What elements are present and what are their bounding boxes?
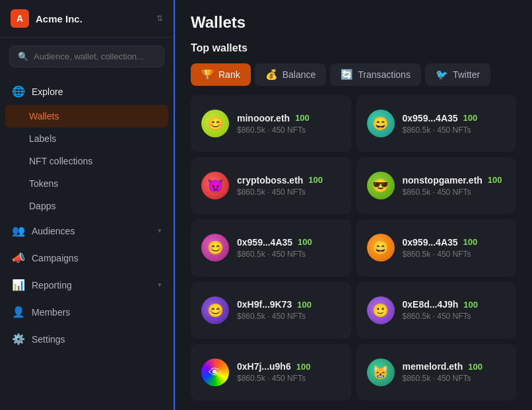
wallet-avatar: 👁 [201, 359, 229, 386]
wallet-info: 0x959...4A35 100 $860.5k · 450 NFTs [403, 113, 478, 135]
sidebar-item-nft-collections[interactable]: NFT collections [0, 150, 174, 172]
wallet-card[interactable]: 😊 minooor.eth 100 $860.5k · 450 NFTs [191, 95, 351, 152]
audiences-icon: 👥 [12, 224, 25, 237]
wallet-avatar: 🙂 [367, 296, 395, 324]
wallet-score: 100 [297, 300, 312, 310]
wallet-avatar: 😸 [367, 359, 395, 386]
wallet-card[interactable]: 🙂 0xE8d...4J9h 100 $860.5k · 450 NFTs [356, 282, 517, 339]
wallet-score: 100 [298, 237, 312, 247]
reporting-icon: 📊 [12, 279, 25, 291]
wallet-card[interactable]: 😊 0x959...4A35 100 $860.5k · 450 NFTs [191, 219, 351, 276]
wallet-meta: $860.5k · 450 NFTs [237, 374, 310, 383]
wallet-meta: $860.5k · 450 NFTs [403, 374, 483, 383]
wallet-score: 100 [308, 175, 323, 185]
rank-icon: 🏆 [201, 69, 214, 81]
main-content: Wallets Top wallets 🏆 Rank 💰 Balance 🔄 T… [175, 0, 532, 410]
tab-rank[interactable]: 🏆 Rank [191, 63, 251, 86]
wallet-avatar: 😎 [367, 172, 395, 199]
wallet-name-row: minooor.eth 100 [237, 113, 310, 123]
page-title: Wallets [191, 13, 516, 32]
sidebar-item-explore-label: Explore [32, 86, 63, 97]
wallet-score: 100 [463, 113, 478, 123]
balance-icon: 💰 [265, 69, 278, 81]
sidebar-item-explore[interactable]: 🌐 Explore [0, 78, 174, 105]
wallet-name: 0x959...4A35 [237, 237, 292, 248]
brand-name: Acme Inc. [36, 13, 83, 24]
wallet-card[interactable]: 😎 nonstopgamer.eth 100 $860.5k · 450 NFT… [356, 157, 517, 214]
wallet-name: 0xH9f...9K73 [237, 299, 292, 310]
wallet-info: 0x959...4A35 100 $860.5k · 450 NFTs [237, 237, 312, 259]
wallet-name: 0xH7j...u9h6 [237, 361, 291, 372]
twitter-icon: 🐦 [436, 69, 448, 81]
campaigns-icon: 📣 [12, 252, 25, 264]
brand-logo: A [11, 9, 29, 28]
sidebar-item-reporting-label: Reporting [32, 280, 72, 290]
wallet-info: memelord.eth 100 $860.5k · 450 NFTs [403, 361, 483, 383]
globe-icon: 🌐 [12, 85, 25, 98]
wallet-meta: $860.5k · 450 NFTs [237, 125, 310, 135]
sidebar-item-wallets[interactable]: Wallets [5, 105, 168, 127]
wallet-card[interactable]: 😊 0xH9f...9K73 100 $860.5k · 450 NFTs [191, 282, 351, 339]
wallet-name: memelord.eth [403, 361, 463, 372]
settings-icon: ⚙️ [12, 333, 25, 345]
wallet-meta: $860.5k · 450 NFTs [237, 312, 312, 321]
wallet-meta: $860.5k · 450 NFTs [237, 250, 312, 259]
wallet-name: cryptoboss.eth [237, 175, 303, 186]
wallet-name-row: 0xH7j...u9h6 100 [237, 361, 310, 372]
search-icon: 🔍 [18, 51, 28, 61]
wallet-info: cryptoboss.eth 100 $860.5k · 450 NFTs [237, 175, 323, 197]
wallet-name-row: memelord.eth 100 [403, 361, 483, 372]
wallet-name: 0x959...4A35 [403, 237, 458, 248]
sidebar-nav: 🌐 Explore Wallets Labels NFT collections… [0, 75, 174, 410]
sidebar-item-audiences[interactable]: 👥 Audiences ▾ [0, 217, 174, 244]
wallet-info: 0xE8d...4J9h 100 $860.5k · 450 NFTs [403, 299, 479, 321]
sidebar-item-audiences-label: Audiences [32, 226, 75, 236]
wallet-name-row: cryptoboss.eth 100 [237, 175, 323, 186]
wallet-card[interactable]: 😄 0x959...4A35 100 $860.5k · 450 NFTs [356, 219, 517, 276]
wallet-name-row: 0xH9f...9K73 100 [237, 299, 312, 310]
tab-transactions[interactable]: 🔄 Transactions [330, 63, 421, 86]
sidebar-item-settings[interactable]: ⚙️ Settings [0, 325, 174, 353]
chevron-updown-icon[interactable]: ⇅ [156, 14, 163, 23]
tab-transactions-label: Transactions [358, 69, 411, 80]
wallet-avatar: 😈 [201, 172, 229, 199]
wallet-avatar: 😊 [201, 234, 229, 261]
wallet-info: 0xH7j...u9h6 100 $860.5k · 450 NFTs [237, 361, 310, 383]
sidebar-item-members[interactable]: 👤 Members [0, 298, 174, 325]
tab-balance[interactable]: 💰 Balance [255, 63, 327, 86]
sidebar-item-campaigns[interactable]: 📣 Campaigns [0, 244, 174, 271]
sidebar-item-tokens[interactable]: Tokens [0, 172, 174, 195]
wallet-meta: $860.5k · 450 NFTs [403, 312, 479, 321]
wallet-name: 0x959...4A35 [403, 113, 458, 123]
wallet-avatar: 😄 [367, 110, 395, 137]
tab-bar: 🏆 Rank 💰 Balance 🔄 Transactions 🐦 Twitte… [191, 63, 516, 86]
wallets-grid: 😊 minooor.eth 100 $860.5k · 450 NFTs 😄 0… [175, 86, 532, 410]
wallet-info: nonstopgamer.eth 100 $860.5k · 450 NFTs [403, 175, 502, 197]
wallet-score: 100 [468, 362, 482, 372]
wallet-name-row: nonstopgamer.eth 100 [403, 175, 502, 186]
wallet-card[interactable]: 😸 memelord.eth 100 $860.5k · 450 NFTs [356, 344, 517, 401]
brand[interactable]: A Acme Inc. [11, 9, 83, 28]
wallet-card[interactable]: 😈 cryptoboss.eth 100 $860.5k · 450 NFTs [191, 157, 351, 214]
sidebar-item-labels[interactable]: Labels [0, 127, 174, 150]
wallet-meta: $860.5k · 450 NFTs [403, 250, 478, 259]
search-input[interactable] [34, 51, 156, 61]
sidebar-item-reporting[interactable]: 📊 Reporting ▾ [0, 271, 174, 298]
wallet-avatar: 😄 [367, 234, 395, 261]
search-bar[interactable]: 🔍 [9, 46, 164, 67]
sidebar-item-dapps[interactable]: Dapps [0, 195, 174, 217]
wallet-name-row: 0x959...4A35 100 [403, 237, 478, 248]
wallet-score: 100 [296, 362, 311, 372]
wallet-meta: $860.5k · 450 NFTs [237, 188, 323, 197]
wallet-name-row: 0x959...4A35 100 [237, 237, 312, 248]
chevron-down-icon: ▾ [158, 226, 162, 235]
wallet-info: minooor.eth 100 $860.5k · 450 NFTs [237, 113, 310, 135]
wallet-card[interactable]: 😄 0x959...4A35 100 $860.5k · 450 NFTs [356, 95, 517, 152]
tab-twitter[interactable]: 🐦 Twitter [425, 63, 490, 86]
wallet-score: 100 [463, 237, 478, 247]
tab-rank-label: Rank [218, 69, 240, 80]
wallet-card[interactable]: 👁 0xH7j...u9h6 100 $860.5k · 450 NFTs [191, 344, 351, 401]
wallet-name-row: 0x959...4A35 100 [403, 113, 478, 123]
wallet-name-row: 0xE8d...4J9h 100 [403, 299, 479, 310]
wallet-info: 0xH9f...9K73 100 $860.5k · 450 NFTs [237, 299, 312, 321]
